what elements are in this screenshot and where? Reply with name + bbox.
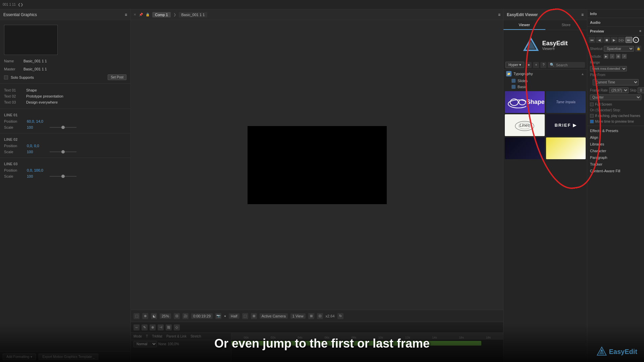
position-value-1[interactable]: 60,0, 14,0 — [27, 119, 47, 123]
timeline-tool-trim[interactable]: ⊣ — [158, 324, 164, 330]
tab-comp1[interactable]: Comp 1 — [152, 12, 171, 17]
quality-value[interactable]: Half — [229, 313, 239, 319]
camera-snap-icon[interactable]: 📷 — [215, 313, 221, 319]
move-time-checkbox[interactable] — [590, 120, 594, 123]
effects-presets-item[interactable]: Effects & Presets — [587, 127, 644, 134]
export-label: Export Motion Graphics Template _ — [42, 355, 95, 359]
hyper-dropdown[interactable]: Hyper ▾ — [505, 62, 524, 68]
hyper-row: Hyper ▾ ★ + ? 🔍 Search — [503, 60, 587, 70]
collapse-icon[interactable]: ❮❯ — [18, 3, 23, 6]
add-formatting-button[interactable]: Add Formatting ▾ — [3, 354, 36, 360]
thumb-brief[interactable]: BRIEF ▶ — [546, 114, 586, 136]
favorites-icon[interactable]: ★ — [526, 62, 532, 68]
shortcut-lock-icon[interactable]: 🔒 — [635, 46, 641, 52]
include-overwrite-icon[interactable]: ⊞ — [616, 54, 621, 59]
solo-checkbox[interactable] — [4, 75, 8, 79]
ruler-14s: 14s — [421, 336, 448, 339]
easyedit-menu-icon[interactable]: ≡ — [581, 12, 584, 17]
search-field[interactable]: 🔍 Search — [548, 62, 585, 68]
thumb-dark1[interactable] — [505, 137, 545, 159]
viewer-tool-9[interactable]: ⊡ — [317, 313, 323, 319]
viewer-tool-4[interactable]: ⊡ — [174, 313, 180, 319]
panel-menu-icon[interactable]: ≡ — [125, 12, 127, 17]
timeline-tool-pen[interactable]: ✎ — [142, 324, 148, 330]
goto-last-frame-button[interactable]: ⏭ — [626, 37, 632, 43]
position-value-3[interactable]: 0,0, 100,0 — [27, 168, 47, 172]
full-screen-checkbox[interactable] — [590, 103, 594, 106]
include-audio-icon[interactable]: ♪ — [610, 54, 614, 59]
thumb-shape[interactable]: Shape — [505, 91, 545, 113]
viewer-tool-3[interactable]: ⬕ — [151, 313, 157, 319]
viewer-tool-2[interactable]: ⊕ — [142, 313, 148, 319]
character-item[interactable]: Character — [587, 147, 644, 154]
sub-slides[interactable]: Slides — [503, 78, 587, 84]
goto-first-frame-button[interactable]: ⏮ — [589, 37, 595, 43]
sub-basic[interactable]: Basic — [503, 84, 587, 90]
scale-value-3[interactable]: 100 — [27, 174, 47, 178]
viewer-tool-1[interactable]: ⬚ — [133, 313, 140, 319]
ruler-16s: 16s — [448, 336, 475, 339]
comp-lock-icon[interactable]: 🔒 — [146, 13, 150, 16]
timeline-tool-link[interactable]: ⛓ — [166, 324, 172, 330]
current-time-value[interactable]: 0:00:19:29 — [191, 313, 213, 319]
add-icon[interactable]: + — [533, 62, 539, 68]
frame-rate-select[interactable]: (29,97) — [609, 87, 629, 93]
skip-select[interactable]: 0 — [638, 87, 644, 93]
comp-menu-icon[interactable]: ≡ — [498, 12, 500, 17]
viewer-tool-5[interactable]: 🎥 — [182, 313, 189, 319]
export-motion-graphics-button[interactable]: Export Motion Graphics Template _ — [39, 354, 98, 360]
refresh-icon[interactable]: ↻ — [337, 313, 343, 319]
tab-store[interactable]: Store — [545, 20, 587, 30]
mode-select[interactable]: Normal — [133, 341, 157, 347]
preview-menu-icon[interactable]: ≡ — [639, 29, 641, 33]
timeline-tool-select[interactable]: ⊕ — [150, 324, 156, 330]
scale-value-1[interactable]: 100 — [27, 125, 47, 129]
libraries-item[interactable]: Libraries — [587, 141, 644, 147]
category-typography[interactable]: 📁 Typography ▲ — [503, 70, 587, 78]
zoom-value[interactable]: 25% — [160, 313, 171, 319]
active-camera-value[interactable]: Active Camera — [260, 313, 288, 319]
category-typography-label: Typography — [514, 72, 533, 76]
current-time-select[interactable]: Current Time — [593, 79, 639, 85]
play-button[interactable]: ▶ — [611, 37, 618, 43]
scale-slider-2[interactable] — [50, 152, 76, 152]
include-export-icon[interactable]: ↗ — [622, 54, 627, 59]
timeline-tool-move[interactable]: ↔ — [133, 324, 140, 330]
help-icon[interactable]: ? — [540, 62, 546, 68]
tab-basic001[interactable]: Basic_001 1 1 — [179, 12, 208, 17]
comp-pin-icon[interactable]: 📌 — [139, 13, 143, 16]
viewer-tool-8[interactable]: ⊞ — [308, 313, 314, 319]
scale-slider-1[interactable] — [50, 127, 76, 128]
comp-close-icon[interactable]: ✕ — [133, 13, 136, 16]
thumb-tame[interactable]: Tame Impala — [546, 91, 586, 113]
scale-slider-3[interactable] — [50, 176, 76, 177]
step-back-button[interactable]: ◀ — [596, 37, 603, 43]
set-post-button[interactable]: Set Post — [108, 74, 126, 80]
resolution-select[interactable]: Quarter — [590, 95, 641, 100]
paragraph-label: Paragraph — [590, 156, 607, 160]
thumb-lines[interactable]: Lines — [505, 114, 545, 136]
viewer-tool-7[interactable]: ⊞ — [251, 313, 257, 319]
play-audio-button[interactable]: ▷▷ — [618, 37, 625, 43]
content-aware-fill-item[interactable]: Content-Aware Fill — [587, 168, 644, 174]
divider-2 — [0, 109, 130, 109]
view-value[interactable]: 1 View — [290, 313, 306, 319]
timeline-header: Mode T TrkMat Parent & Link Stretch — [131, 333, 231, 340]
include-video-icon[interactable]: ▶ — [604, 54, 608, 59]
thumb-yellow[interactable] — [546, 137, 586, 159]
text-id-2: Text 02 — [4, 94, 21, 98]
frame-rate-label: Frame Rate — [590, 88, 608, 92]
scale-value-2[interactable]: 100 — [27, 150, 47, 154]
tab-viewer[interactable]: Viewer — [503, 20, 545, 30]
position-value-2[interactable]: 0,0, 0,0 — [27, 144, 47, 148]
align-item[interactable]: Align — [587, 134, 644, 141]
paragraph-item[interactable]: Paragraph — [587, 154, 644, 161]
viewer-tool-6[interactable]: ⬚ — [242, 313, 248, 319]
tracker-item[interactable]: Tracker — [587, 161, 644, 168]
stop-button[interactable]: ⏹ — [603, 37, 610, 43]
quality-control: Half — [229, 313, 239, 319]
shortcut-select[interactable]: Spacebar — [604, 46, 634, 52]
timeline-tool-shape[interactable]: ◇ — [174, 324, 180, 330]
range-select[interactable]: Work Area Extended By Current ... — [590, 66, 627, 71]
if-caching-checkbox[interactable] — [590, 114, 594, 118]
